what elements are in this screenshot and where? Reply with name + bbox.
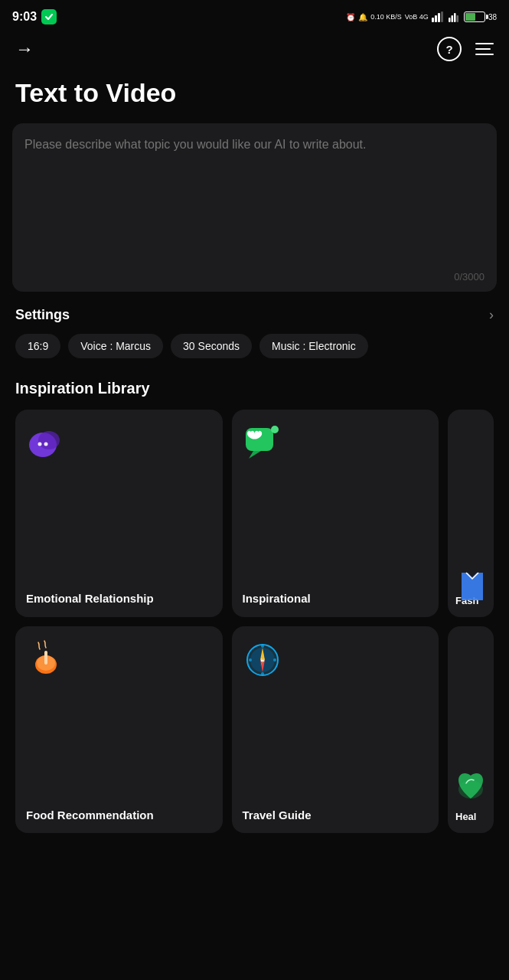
settings-tags: 16:9 Voice : Marcus 30 Seconds Music : E… bbox=[15, 334, 494, 358]
emotional-relationship-icon bbox=[26, 423, 66, 469]
fashion-icon bbox=[455, 570, 489, 606]
menu-line-3 bbox=[475, 54, 494, 55]
tag-ratio[interactable]: 16:9 bbox=[15, 334, 60, 358]
card-label-heal: Heal bbox=[455, 811, 494, 822]
card-label-emotional: Emotional Relationship bbox=[26, 591, 212, 606]
page-title: Text to Video bbox=[0, 70, 509, 123]
inspirational-icon bbox=[243, 423, 282, 469]
svg-rect-7 bbox=[454, 13, 456, 22]
cards-row-1: Emotional Relationship Inspirational bbox=[15, 410, 494, 617]
text-input-container: 0/3000 bbox=[12, 123, 497, 292]
bell-icon: 🔔 bbox=[358, 13, 367, 21]
menu-button[interactable] bbox=[475, 43, 494, 55]
question-icon: ? bbox=[445, 43, 452, 56]
network-type: VoB 4G bbox=[405, 13, 429, 21]
topic-input[interactable] bbox=[24, 136, 485, 273]
svg-point-27 bbox=[261, 645, 264, 648]
heal-icon bbox=[455, 768, 494, 805]
status-left: 9:03 bbox=[12, 9, 57, 24]
settings-arrow[interactable]: › bbox=[489, 307, 494, 323]
svg-rect-4 bbox=[441, 11, 443, 22]
battery-fill bbox=[465, 13, 475, 21]
svg-rect-3 bbox=[438, 13, 440, 22]
svg-rect-2 bbox=[435, 15, 437, 22]
settings-section: Settings › 16:9 Voice : Marcus 30 Second… bbox=[0, 292, 509, 368]
card-label-food: Food Recommendation bbox=[26, 808, 212, 823]
nav-right: ? bbox=[437, 37, 494, 61]
tag-voice[interactable]: Voice : Marcus bbox=[68, 334, 163, 358]
menu-line-1 bbox=[475, 43, 494, 44]
card-fashion-partial[interactable]: Fash bbox=[448, 410, 494, 617]
status-right: ⏰ 🔔 0.10 KB/S VoB 4G 38 bbox=[346, 11, 497, 22]
back-button[interactable]: ← bbox=[15, 38, 34, 60]
cards-row-2: Food Recommendation bbox=[15, 626, 494, 834]
char-count: 0/3000 bbox=[454, 271, 485, 283]
status-time: 9:03 bbox=[12, 10, 37, 24]
svg-marker-14 bbox=[249, 451, 261, 459]
svg-point-26 bbox=[249, 658, 252, 662]
library-section: Inspiration Library Emotional Relationsh… bbox=[0, 368, 509, 833]
svg-point-12 bbox=[44, 443, 48, 446]
travel-icon bbox=[243, 640, 282, 685]
card-food-recommendation[interactable]: Food Recommendation bbox=[15, 626, 223, 834]
svg-point-15 bbox=[271, 426, 279, 433]
food-icon bbox=[26, 640, 66, 685]
battery-icon bbox=[464, 11, 485, 22]
svg-rect-18 bbox=[44, 651, 47, 665]
svg-point-10 bbox=[38, 431, 60, 449]
card-label-travel: Travel Guide bbox=[243, 808, 429, 823]
svg-point-25 bbox=[273, 658, 276, 662]
svg-rect-1 bbox=[432, 18, 434, 22]
svg-point-28 bbox=[261, 672, 264, 675]
alarm-icon: ⏰ bbox=[346, 13, 355, 21]
battery-percent: 38 bbox=[488, 13, 497, 21]
status-app-icon bbox=[41, 9, 57, 24]
signal-icon bbox=[432, 11, 445, 22]
network-info: 0.10 KB/S bbox=[370, 13, 402, 21]
status-bar: 9:03 ⏰ 🔔 0.10 KB/S VoB 4G bbox=[0, 0, 509, 31]
tag-music[interactable]: Music : Electronic bbox=[259, 334, 368, 358]
menu-line-2 bbox=[475, 48, 491, 50]
card-inspirational[interactable]: Inspirational bbox=[232, 410, 439, 617]
svg-rect-8 bbox=[456, 15, 458, 22]
svg-rect-5 bbox=[449, 18, 451, 22]
settings-title: Settings bbox=[15, 307, 70, 323]
card-label-inspirational: Inspirational bbox=[243, 591, 429, 606]
wifi-icon bbox=[449, 11, 461, 22]
nav-bar: ← ? bbox=[0, 31, 509, 70]
card-heal-partial[interactable]: Heal bbox=[448, 626, 494, 834]
back-icon: ← bbox=[15, 38, 34, 60]
help-button[interactable]: ? bbox=[437, 37, 462, 61]
card-travel-guide[interactable]: Travel Guide bbox=[232, 626, 439, 834]
settings-header: Settings › bbox=[15, 307, 494, 323]
svg-rect-6 bbox=[451, 15, 453, 22]
card-emotional-relationship[interactable]: Emotional Relationship bbox=[15, 410, 223, 617]
tag-duration[interactable]: 30 Seconds bbox=[171, 334, 252, 358]
library-title: Inspiration Library bbox=[15, 380, 494, 397]
svg-point-11 bbox=[38, 443, 42, 446]
